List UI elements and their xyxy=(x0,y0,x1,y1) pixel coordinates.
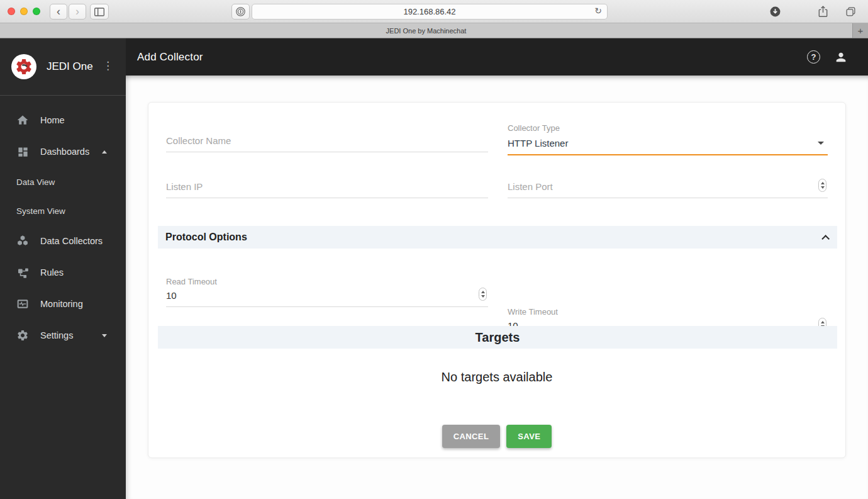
collector-type-label: Collector Type xyxy=(508,123,828,133)
stepper-up-icon xyxy=(481,291,485,293)
share-button[interactable] xyxy=(814,4,832,20)
question-mark-icon: ? xyxy=(811,52,816,62)
number-stepper[interactable] xyxy=(479,288,487,301)
gear-logo-icon xyxy=(14,57,33,76)
stepper-down-icon xyxy=(481,295,485,298)
new-tab-button[interactable]: + xyxy=(853,23,868,38)
url-text: 192.168.86.42 xyxy=(403,7,455,16)
browser-window: ‹ › 192.168.86.42 ↻ xyxy=(0,0,868,499)
focus-underline xyxy=(508,154,828,155)
plus-icon: + xyxy=(858,25,864,36)
collector-type-value: HTTP Listener xyxy=(508,138,568,149)
home-icon xyxy=(16,114,29,126)
sidebar-item-monitoring[interactable]: Monitoring xyxy=(0,288,126,320)
minimize-window-button[interactable] xyxy=(20,8,28,15)
tab-bar: JEDI One by Machinechat + xyxy=(0,23,868,38)
browser-toolbar: ‹ › 192.168.86.42 ↻ xyxy=(0,0,868,23)
help-button[interactable]: ? xyxy=(807,50,820,64)
sidebar-subitem-label: Data View xyxy=(16,177,55,187)
zoom-window-button[interactable] xyxy=(33,8,40,15)
targets-empty-message: No targets available xyxy=(148,370,845,384)
sidebar-item-data-view[interactable]: Data View xyxy=(0,167,126,196)
reload-icon[interactable]: ↻ xyxy=(594,6,602,16)
sidebar-nav: Home Dashboards Data View System View xyxy=(0,96,126,351)
tabs-icon xyxy=(845,6,856,17)
stepper-up-icon xyxy=(821,321,825,323)
stepper-down-icon xyxy=(821,186,825,189)
dropdown-caret-icon xyxy=(818,142,824,145)
sidebar-item-label: Dashboards xyxy=(40,147,89,157)
monitor-pulse-icon xyxy=(16,298,29,310)
sidebar-item-dashboards[interactable]: Dashboards xyxy=(0,136,126,167)
main-area: Collector Type HTTP Listener xyxy=(126,76,868,499)
gear-icon xyxy=(16,329,29,342)
cancel-button[interactable]: CANCEL xyxy=(442,425,501,448)
sidebar-toggle-icon xyxy=(94,8,104,16)
download-icon xyxy=(769,6,781,18)
sidebar-item-label: Rules xyxy=(40,267,64,278)
collapse-chevron-icon[interactable] xyxy=(821,235,830,243)
password-manager-icon xyxy=(235,6,246,17)
sidebar-toggle-button[interactable] xyxy=(90,4,109,20)
sidebar-item-rules[interactable]: Rules xyxy=(0,257,126,288)
save-button[interactable]: SAVE xyxy=(506,425,552,448)
sidebar-subitem-label: System View xyxy=(16,206,65,216)
page-title: Add Collector xyxy=(137,51,203,64)
sidebar-item-system-view[interactable]: System View xyxy=(0,196,126,225)
tabs-overview-button[interactable] xyxy=(842,4,859,20)
protocol-options-header[interactable]: Protocol Options xyxy=(158,226,837,249)
targets-title: Targets xyxy=(476,330,520,345)
collector-type-select[interactable]: Collector Type HTTP Listener xyxy=(508,123,828,155)
sidebar-item-label: Settings xyxy=(40,330,73,340)
back-icon: ‹ xyxy=(57,6,60,17)
cubes-icon xyxy=(16,235,29,247)
share-icon xyxy=(818,6,828,18)
sidebar-item-label: Monitoring xyxy=(40,299,83,309)
add-collector-form: Collector Type HTTP Listener xyxy=(148,102,846,458)
sidebar-item-home[interactable]: Home xyxy=(0,104,126,136)
forward-icon: › xyxy=(75,6,79,17)
sidebar-item-label: Home xyxy=(40,115,65,125)
targets-header: Targets xyxy=(158,326,837,349)
read-timeout-input[interactable] xyxy=(166,286,488,307)
back-button[interactable]: ‹ xyxy=(50,4,67,20)
browser-tab[interactable]: JEDI One by Machinechat xyxy=(0,23,853,38)
sidebar-item-label: Data Collectors xyxy=(40,236,103,246)
protocol-options-title: Protocol Options xyxy=(165,232,247,243)
flow-icon xyxy=(16,266,29,279)
sidebar-item-settings[interactable]: Settings xyxy=(0,320,126,351)
app-header: Add Collector ? xyxy=(126,38,868,76)
sidebar: JEDI One ⋮ Home Dashboards xyxy=(0,38,126,499)
password-extension-button[interactable] xyxy=(231,4,250,20)
write-timeout-label: Write Timeout xyxy=(508,307,828,317)
chevron-up-icon xyxy=(102,150,107,154)
dashboard-icon xyxy=(16,145,29,158)
account-button[interactable] xyxy=(834,50,848,64)
chevron-down-icon xyxy=(102,334,107,337)
read-timeout-label: Read Timeout xyxy=(166,277,488,286)
forward-button[interactable]: › xyxy=(69,4,86,20)
collector-name-input[interactable] xyxy=(166,132,488,152)
close-window-button[interactable] xyxy=(8,8,15,15)
tab-title: JEDI One by Machinechat xyxy=(386,27,467,35)
person-icon xyxy=(834,50,848,64)
sidebar-item-data-collectors[interactable]: Data Collectors xyxy=(0,225,126,257)
stepper-up-icon xyxy=(821,182,825,184)
jedi-one-logo xyxy=(11,54,36,79)
brand-row: JEDI One ⋮ xyxy=(0,38,126,95)
listen-ip-input[interactable] xyxy=(166,177,488,198)
number-stepper[interactable] xyxy=(818,179,826,192)
brand-name: JEDI One xyxy=(47,60,93,73)
listen-port-input[interactable] xyxy=(508,177,828,198)
kebab-menu-icon[interactable]: ⋮ xyxy=(103,59,113,72)
address-bar[interactable]: 192.168.86.42 ↻ xyxy=(252,4,608,20)
downloads-button[interactable] xyxy=(766,4,784,20)
